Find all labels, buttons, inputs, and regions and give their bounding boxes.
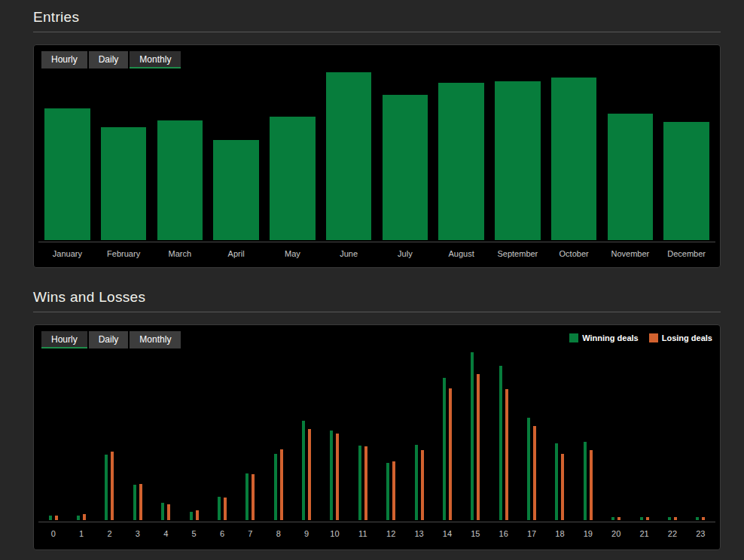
wins-losses-bar-group-19: [574, 348, 602, 520]
winning-bar-7: [245, 473, 249, 520]
wins-losses-bar-group-9: [292, 348, 320, 520]
entries-x-label-may: May: [264, 242, 321, 264]
entries-bar-slot-april: [208, 68, 264, 240]
losing-bar-8: [280, 449, 283, 520]
wins-losses-x-label-10: 10: [321, 522, 349, 544]
wins-losses-bar-group-13: [405, 348, 433, 520]
wins-losses-x-label-14: 14: [433, 522, 461, 544]
entries-monthly-button[interactable]: Monthly: [130, 51, 181, 68]
wins-losses-hourly-button[interactable]: Hourly: [41, 331, 87, 348]
winning-bar-17: [527, 418, 530, 520]
entries-bar-slot-november: [602, 68, 659, 240]
winning-bar-11: [358, 446, 361, 520]
entries-hourly-button[interactable]: Hourly: [41, 51, 87, 68]
losing-bar-2: [111, 452, 114, 520]
entries-x-axis-labels: JanuaryFebruaryMarchAprilMayJuneJulyAugu…: [38, 242, 715, 264]
losing-bar-18: [561, 454, 564, 520]
winning-bar-8: [274, 454, 277, 520]
wins-losses-bar-group-14: [433, 348, 461, 520]
winning-bar-18: [555, 443, 558, 520]
wins-losses-chart-panel: Hourly Daily Monthly Winning dealsLosing…: [33, 324, 721, 550]
losing-bar-14: [449, 388, 452, 520]
legend-swatch-icon: [649, 333, 658, 342]
losing-bar-12: [392, 461, 395, 520]
wins-losses-x-label-22: 22: [658, 522, 686, 544]
wins-losses-bar-group-7: [236, 348, 264, 520]
legend-label: Losing deals: [662, 333, 712, 342]
entries-period-toggle: Hourly Daily Monthly: [41, 51, 715, 68]
legend-item-winning-deals: Winning deals: [569, 333, 638, 342]
entries-title: Entries: [33, 8, 721, 32]
losing-bar-6: [224, 498, 227, 520]
losing-bar-15: [477, 374, 480, 520]
losing-bar-13: [421, 450, 424, 520]
legend-item-losing-deals: Losing deals: [649, 333, 712, 342]
wins-losses-x-axis-labels: 01234567891011121314151617181920212223: [38, 522, 715, 544]
winning-bar-15: [471, 352, 474, 520]
wins-losses-legend: Winning dealsLosing deals: [569, 333, 712, 342]
wins-losses-monthly-button[interactable]: Monthly: [130, 331, 181, 348]
wins-losses-bar-group-15: [462, 348, 489, 520]
wins-losses-x-label-4: 4: [152, 522, 180, 544]
winning-bar-5: [190, 512, 193, 520]
wins-losses-bar-group-18: [546, 348, 574, 520]
winning-bar-4: [161, 503, 164, 520]
legend-swatch-icon: [569, 333, 578, 342]
winning-bar-20: [611, 517, 614, 520]
entries-bar-september: [495, 81, 541, 240]
entries-x-label-january: January: [39, 242, 96, 264]
wins-losses-bar-group-4: [152, 348, 180, 520]
entries-x-label-october: October: [546, 242, 602, 264]
wins-losses-bar-group-11: [349, 348, 377, 520]
wins-losses-x-label-16: 16: [489, 522, 517, 544]
wins-losses-x-label-9: 9: [292, 522, 320, 544]
wins-losses-x-label-12: 12: [377, 522, 405, 544]
entries-bar-august: [438, 83, 484, 240]
entries-bar-slot-august: [433, 68, 489, 240]
entries-bar-slot-january: [39, 68, 96, 240]
wins-losses-x-label-1: 1: [67, 522, 95, 544]
losing-bar-1: [83, 514, 86, 520]
wins-losses-x-label-0: 0: [39, 522, 67, 544]
wins-losses-x-label-20: 20: [602, 522, 630, 544]
wins-losses-x-label-6: 6: [208, 522, 236, 544]
wins-losses-x-label-7: 7: [236, 522, 264, 544]
wins-losses-bar-group-22: [658, 348, 686, 520]
wins-losses-bar-group-3: [123, 348, 151, 520]
entries-bar-slot-july: [377, 68, 434, 240]
entries-bar-february: [101, 127, 147, 240]
entries-daily-button[interactable]: Daily: [89, 51, 129, 68]
wins-losses-bar-group-23: [687, 348, 715, 520]
losing-bar-4: [167, 504, 170, 520]
dashboard-page: Entries Hourly Daily Monthly JanuaryFebr…: [0, 0, 744, 550]
entries-x-label-july: July: [377, 242, 434, 264]
winning-bar-19: [584, 442, 587, 520]
losing-bar-3: [139, 484, 142, 520]
wins-losses-x-label-17: 17: [517, 522, 545, 544]
entries-bar-slot-june: [321, 68, 377, 240]
winning-bar-0: [49, 516, 52, 520]
entries-bar-slot-march: [152, 68, 209, 240]
wins-losses-bar-group-2: [96, 348, 123, 520]
entries-bar-june: [326, 72, 372, 240]
wins-losses-daily-button[interactable]: Daily: [89, 331, 129, 348]
winning-bar-16: [499, 366, 502, 520]
wins-losses-section: Wins and Losses Hourly Daily Monthly Win…: [33, 288, 721, 550]
winning-bar-9: [302, 421, 305, 520]
entries-bar-march: [157, 120, 203, 240]
wins-losses-x-label-5: 5: [180, 522, 208, 544]
wins-losses-title: Wins and Losses: [33, 288, 721, 312]
legend-label: Winning deals: [582, 333, 638, 342]
entries-bar-slot-october: [546, 68, 602, 240]
wins-losses-bar-group-0: [39, 348, 67, 520]
entries-x-label-november: November: [602, 242, 659, 264]
losing-bar-9: [308, 429, 311, 520]
wins-losses-x-label-19: 19: [574, 522, 602, 544]
entries-bar-january: [44, 108, 90, 240]
losing-bar-17: [533, 426, 536, 520]
winning-bar-13: [415, 445, 418, 520]
losing-bar-0: [55, 516, 58, 520]
entries-bar-may: [270, 117, 316, 240]
wins-losses-bar-chart: [38, 348, 715, 520]
wins-losses-bar-group-10: [321, 348, 349, 520]
